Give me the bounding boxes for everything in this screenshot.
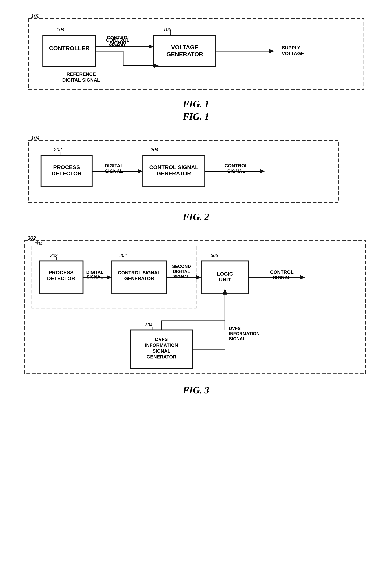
fig3-ref-logic: 306 <box>211 253 218 258</box>
fig3-dvfs-info1: DVFS <box>229 326 241 331</box>
fig2-digital-signal2: SIGNAL <box>105 168 123 174</box>
fig3-dvfs-info2: INFORMATION <box>229 331 259 336</box>
fig2-process-label2: DETECTOR <box>51 170 82 176</box>
fig3-process-label1: PROCESS <box>49 270 74 275</box>
figure-2-section: 104 202 PROCESS DETECTOR DIGITAL SIGNAL … <box>15 133 377 222</box>
fig2-digital-signal1: DIGITAL <box>105 163 123 168</box>
fig2-ref-process: 202 <box>54 147 62 152</box>
fig3-diagram: 302 104 202 PROCESS DETECTOR DIGITAL SIG… <box>17 233 375 383</box>
fig2-control-signal1: CONTROL <box>224 163 248 168</box>
fig3-dvfs-label4: GENERATOR <box>147 354 176 359</box>
fig3-dvfs-info3: SIGNAL <box>229 336 245 341</box>
fig3-ctrl-sig1: CONTROL <box>270 269 294 275</box>
fig3-csg-label1: CONTROL SIGNAL <box>118 270 160 275</box>
fig3-ref-process: 202 <box>50 253 58 258</box>
fig1-label-text: FIG. 1 <box>183 111 209 122</box>
figure-1-section: 102 104 CONTROLLER CONTROL SIGNAL CONTRO… <box>15 11 377 122</box>
fig1-arrow2 <box>154 64 159 68</box>
fig3-logic-label1: LOGIC <box>217 271 233 277</box>
fig2-arrow1 <box>138 169 143 173</box>
svg-text:SIGNAL: SIGNAL <box>110 40 127 45</box>
fig1-controller-label: CONTROLLER <box>49 45 89 51</box>
fig3-arrow4b <box>223 289 227 294</box>
fig2-ref-csg: 204 <box>150 147 158 152</box>
fig2-label-text: FIG. 2 <box>183 211 209 222</box>
fig3-ctrl-sig2: SIGNAL <box>273 275 291 280</box>
fig1-arrow3 <box>269 49 274 53</box>
fig3-dvfs-label3: SIGNAL <box>152 348 170 354</box>
figure-3-section: 302 104 202 PROCESS DETECTOR DIGITAL SIG… <box>15 233 377 396</box>
fig2-process-label1: PROCESS <box>53 164 80 170</box>
fig3-arrow2 <box>196 275 201 280</box>
fig2-csg-label2: GENERATOR <box>157 170 191 176</box>
fig3-dvfs-label1: DVFS <box>155 337 168 342</box>
fig3-second-dig2: DIGITAL <box>173 269 190 274</box>
fig3-second-dig3: SIGNAL <box>173 274 190 279</box>
fig3-arrow3 <box>300 275 305 280</box>
fig1-voltage-label2: GENERATOR <box>166 51 203 58</box>
fig2-control-signal2: SIGNAL <box>227 168 245 174</box>
fig3-process-label2: DETECTOR <box>47 276 75 281</box>
fig3-logic-label2: UNIT <box>219 277 231 282</box>
fig3-label-text: FIG. 3 <box>183 385 209 396</box>
fig1-ref-digital1: REFERENCE <box>66 71 96 77</box>
fig2-ref-outer: 104 <box>31 135 40 141</box>
fig1-voltage-label1: VOLTAGE <box>171 44 198 51</box>
svg-text:CONTROL: CONTROL <box>107 35 130 40</box>
fig3-ref-outer: 302 <box>27 235 36 241</box>
fig1-ref-controller: 104 <box>57 27 64 32</box>
fig1-supply-voltage1: SUPPLY <box>282 45 300 51</box>
fig3-dig-sig2: SIGNAL <box>86 274 103 279</box>
fig2-arrow2 <box>260 169 265 173</box>
fig3-dvfs-label2: INFORMATION <box>145 342 178 348</box>
fig3-csg-label2: GENERATOR <box>124 276 154 281</box>
fig1-supply-voltage2: VOLTAGE <box>282 51 304 56</box>
fig1-label: FIG. 1 <box>183 99 209 109</box>
fig1-ref-outer: 102 <box>31 13 40 19</box>
fig1-arrow1 <box>149 44 154 49</box>
fig1-ref-voltage: 106 <box>163 27 171 32</box>
fig2-csg-label1: CONTROL SIGNAL <box>149 164 198 170</box>
fig1-diagram: 102 104 CONTROLLER CONTROL SIGNAL CONTRO… <box>17 11 375 97</box>
fig3-ref-dvfs: 304 <box>145 322 152 327</box>
fig1-ref-digital2: DIGITAL SIGNAL <box>62 77 100 83</box>
fig3-ref-inner: 104 <box>35 241 42 246</box>
fig2-diagram: 104 202 PROCESS DETECTOR DIGITAL SIGNAL … <box>17 133 375 210</box>
fig3-arrow1 <box>107 275 112 280</box>
fig3-dig-sig1: DIGITAL <box>86 270 103 275</box>
fig3-ref-csg: 204 <box>119 253 127 258</box>
fig3-second-dig1: SECOND <box>172 264 191 269</box>
